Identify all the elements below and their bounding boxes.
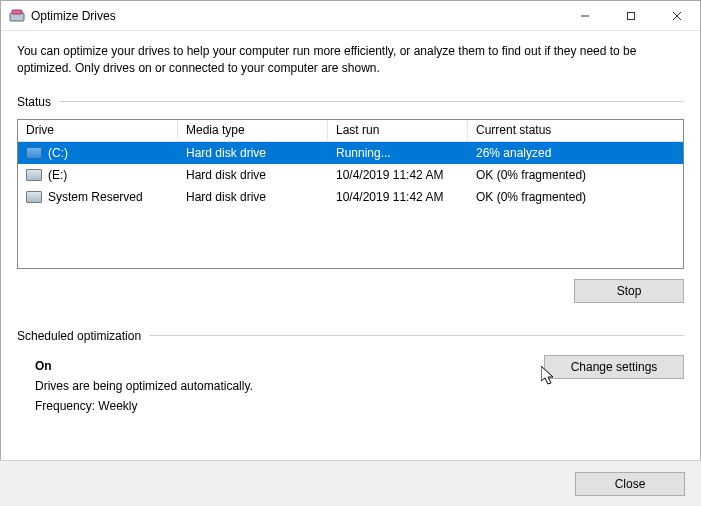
cell-last: Running... — [328, 142, 468, 164]
table-row[interactable]: (C:) Hard disk drive Running... 26% anal… — [18, 142, 683, 164]
cell-last: 10/4/2019 11:42 AM — [328, 186, 468, 208]
col-header-drive[interactable]: Drive — [18, 120, 178, 141]
cell-drive: (E:) — [48, 168, 67, 182]
table-row[interactable]: (E:) Hard disk drive 10/4/2019 11:42 AM … — [18, 164, 683, 186]
sched-desc: Drives are being optimized automatically… — [35, 379, 684, 393]
col-header-media[interactable]: Media type — [178, 120, 328, 141]
change-settings-button[interactable]: Change settings — [544, 355, 684, 379]
app-icon — [9, 8, 25, 24]
col-header-last[interactable]: Last run — [328, 120, 468, 141]
svg-rect-1 — [12, 10, 22, 14]
drive-icon — [26, 169, 42, 181]
status-section-header: Status — [17, 95, 684, 109]
cell-drive: (C:) — [48, 146, 68, 160]
cell-status: 26% analyzed — [468, 142, 683, 164]
svg-rect-3 — [628, 12, 635, 19]
cell-media: Hard disk drive — [178, 142, 328, 164]
sched-label: Scheduled optimization — [17, 329, 141, 343]
cell-status: OK (0% fragmented) — [468, 186, 683, 208]
close-window-button[interactable] — [654, 1, 700, 31]
cell-last: 10/4/2019 11:42 AM — [328, 164, 468, 186]
titlebar: Optimize Drives — [1, 1, 700, 31]
table-row[interactable]: System Reserved Hard disk drive 10/4/201… — [18, 186, 683, 208]
cell-drive: System Reserved — [48, 190, 143, 204]
intro-text: You can optimize your drives to help you… — [17, 43, 684, 77]
table-header: Drive Media type Last run Current status — [18, 120, 683, 142]
close-button[interactable]: Close — [575, 472, 685, 496]
drive-icon — [26, 147, 42, 159]
drives-table[interactable]: Drive Media type Last run Current status… — [17, 119, 684, 269]
col-header-status[interactable]: Current status — [468, 120, 683, 141]
cell-status: OK (0% fragmented) — [468, 164, 683, 186]
sched-section-header: Scheduled optimization — [17, 329, 684, 343]
sched-freq: Frequency: Weekly — [35, 399, 684, 413]
drive-icon — [26, 191, 42, 203]
dialog-footer: Close — [0, 460, 701, 506]
minimize-button[interactable] — [562, 1, 608, 31]
divider — [149, 335, 684, 336]
window-title: Optimize Drives — [31, 9, 116, 23]
stop-button[interactable]: Stop — [574, 279, 684, 303]
status-label: Status — [17, 95, 51, 109]
cell-media: Hard disk drive — [178, 186, 328, 208]
divider — [59, 101, 684, 102]
maximize-button[interactable] — [608, 1, 654, 31]
cell-media: Hard disk drive — [178, 164, 328, 186]
